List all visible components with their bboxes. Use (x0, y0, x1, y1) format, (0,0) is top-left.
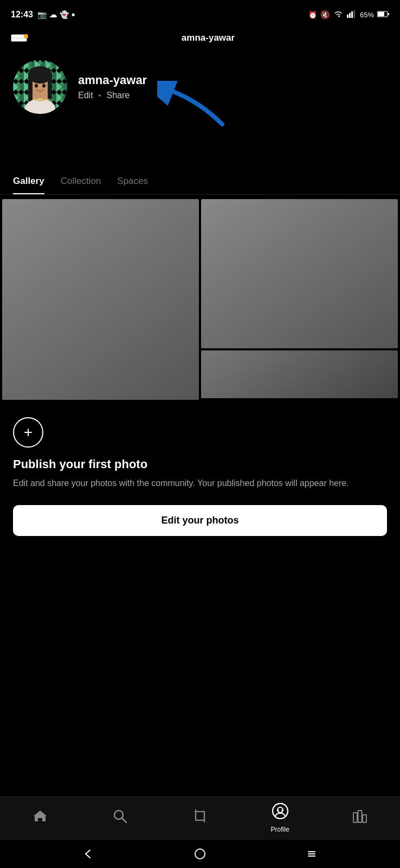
notification-dot (24, 34, 28, 39)
nav-title: amna-yawar (27, 33, 389, 43)
status-bar: 12:43 📷 ☁ 👻 • ⏰ 🔇 65% (0, 0, 400, 27)
gallery-right-column (201, 199, 398, 400)
tab-gallery[interactable]: Gallery (13, 176, 44, 194)
snapchat-icon: 👻 (60, 10, 69, 19)
profile-actions: Edit • Share (78, 91, 147, 100)
svg-rect-5 (378, 12, 384, 16)
search-icon (112, 808, 127, 827)
weather-icon: ☁ (49, 10, 57, 19)
alarm-icon: ⏰ (308, 11, 317, 19)
tab-spaces[interactable]: Spaces (117, 176, 148, 194)
add-photo-button[interactable]: + (13, 417, 43, 448)
nav-crop[interactable] (178, 808, 222, 827)
nav-home[interactable] (18, 808, 62, 827)
svg-rect-31 (358, 810, 362, 822)
home-button[interactable] (194, 848, 206, 860)
tabs: Gallery Collection Spaces (0, 170, 400, 195)
share-button[interactable]: Share (106, 91, 130, 100)
svg-rect-14 (28, 75, 33, 102)
stats-icon (352, 808, 367, 827)
svg-rect-6 (388, 13, 389, 15)
gallery-item-bottom-right[interactable] (201, 350, 398, 398)
publish-description: Edit and share your photos with the comm… (13, 477, 387, 490)
gallery-item-large[interactable] (2, 199, 199, 400)
edit-photos-button[interactable]: Edit your photos (13, 505, 387, 536)
back-button[interactable] (82, 848, 94, 860)
time-display: 12:43 (11, 10, 33, 20)
avatar[interactable] (13, 60, 67, 114)
home-icon (33, 808, 48, 827)
battery-icon (377, 11, 389, 19)
crop-icon (192, 808, 208, 827)
nav-profile[interactable]: Profile (259, 802, 302, 833)
profile-info: amna-yawar Edit • Share (78, 73, 147, 100)
svg-line-21 (122, 818, 126, 822)
svg-point-27 (273, 803, 288, 819)
tab-collection[interactable]: Collection (61, 176, 101, 194)
top-nav: amna-yawar (0, 27, 400, 49)
svg-point-17 (35, 84, 38, 88)
battery-text: 65% (360, 11, 374, 19)
dot-indicator: • (72, 9, 75, 21)
action-separator: • (99, 91, 101, 100)
profile-icon (272, 802, 289, 824)
profile-username: amna-yawar (78, 73, 147, 87)
gallery-grid (0, 197, 400, 402)
status-time: 12:43 📷 ☁ 👻 • (11, 9, 75, 21)
status-icons: 📷 ☁ 👻 • (37, 9, 75, 21)
publish-section: + Publish your first photo Edit and shar… (0, 402, 400, 547)
recent-apps-button[interactable] (306, 848, 318, 860)
svg-rect-2 (351, 11, 353, 18)
svg-rect-15 (48, 75, 52, 99)
annotation-arrow (11, 127, 400, 170)
tab-collection-label: Collection (61, 176, 101, 186)
system-nav (0, 840, 400, 868)
svg-rect-30 (353, 813, 357, 822)
tab-spaces-label: Spaces (117, 176, 148, 186)
svg-rect-32 (363, 815, 366, 822)
menu-button[interactable] (11, 34, 27, 42)
tab-gallery-label: Gallery (13, 176, 44, 186)
status-right-icons: ⏰ 🔇 65% (308, 10, 389, 20)
svg-point-28 (278, 809, 279, 810)
instagram-icon: 📷 (37, 10, 47, 19)
svg-rect-3 (353, 10, 355, 18)
mute-icon: 🔇 (320, 10, 330, 19)
profile-nav-label: Profile (271, 826, 289, 833)
svg-point-33 (195, 849, 205, 859)
wifi-icon (333, 10, 344, 20)
bottom-nav: Profile (0, 796, 400, 840)
publish-title: Publish your first photo (13, 457, 387, 471)
svg-point-18 (42, 84, 46, 88)
plus-icon: + (24, 425, 33, 440)
nav-search[interactable] (98, 808, 141, 827)
signal-icon (347, 10, 357, 20)
svg-rect-1 (349, 13, 351, 18)
svg-point-29 (281, 809, 282, 810)
svg-rect-0 (347, 15, 349, 18)
edit-button[interactable]: Edit (78, 91, 93, 100)
gallery-item-top-right[interactable] (201, 199, 398, 348)
hamburger-line-2 (12, 40, 26, 41)
nav-stats[interactable] (338, 808, 382, 827)
svg-rect-22 (196, 812, 204, 820)
